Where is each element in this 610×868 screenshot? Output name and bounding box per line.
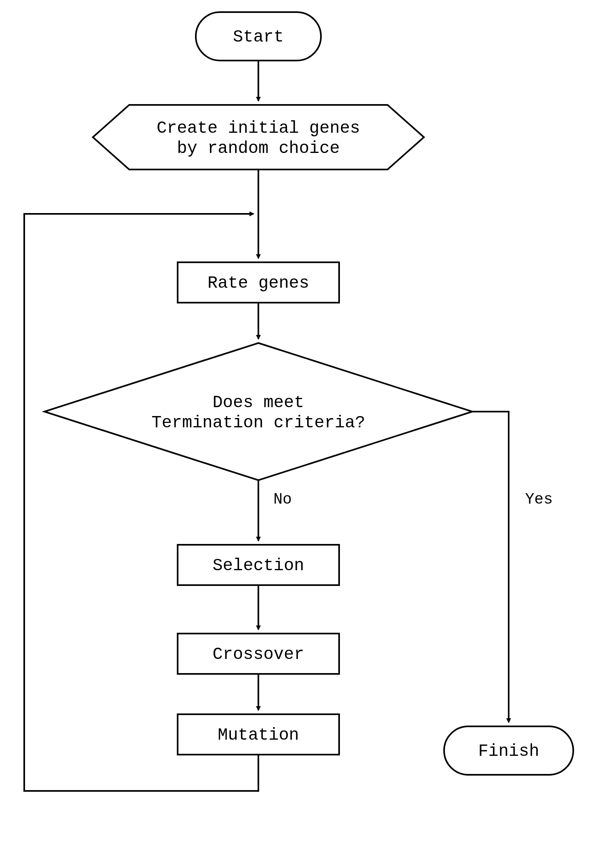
mutation-label: Mutation [218, 726, 299, 745]
selection-label: Selection [213, 556, 304, 575]
decision-label-line2: Termination criteria? [151, 413, 365, 433]
connector-decision-finish [472, 412, 509, 722]
flowchart: Start Create initial genes by random cho… [0, 0, 610, 868]
create-label-line2: by random choice [177, 139, 340, 158]
crossover-label: Crossover [213, 645, 304, 664]
start-label: Start [233, 27, 284, 47]
decision-label-line1: Does meet [213, 393, 304, 412]
connector-loop-back [24, 214, 258, 791]
rate-label: Rate genes [208, 274, 309, 293]
yes-label: Yes [525, 491, 553, 508]
no-label: No [273, 491, 292, 508]
create-label-line1: Create initial genes [157, 119, 360, 138]
finish-label: Finish [478, 742, 539, 761]
